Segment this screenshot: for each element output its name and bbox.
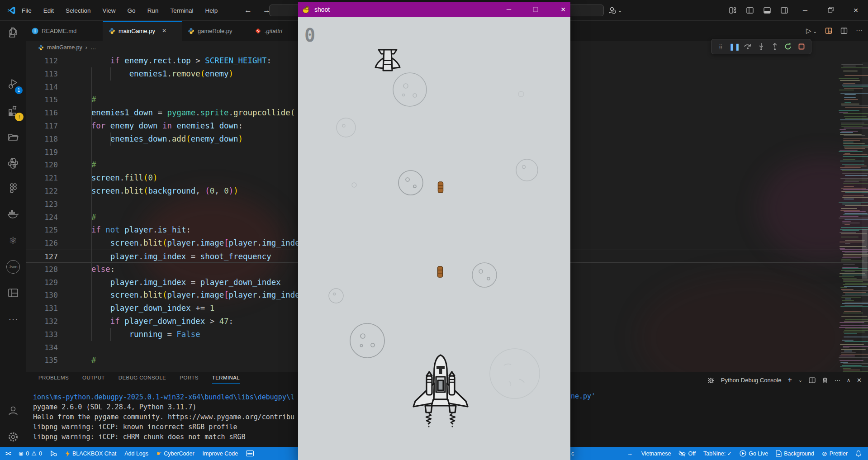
hand-icon: ☛ xyxy=(157,450,161,457)
debug-status-icon[interactable] xyxy=(50,450,57,457)
toggle-sidebar-icon[interactable] xyxy=(746,7,754,14)
window-restore-button[interactable] xyxy=(818,7,843,14)
tab-label: README.md xyxy=(42,28,76,34)
problems-status[interactable]: ⊗ 0 ⚠ 0 xyxy=(19,450,42,457)
atom-icon: ⚛ xyxy=(9,235,18,246)
menu-terminal[interactable]: Terminal xyxy=(170,7,193,14)
breadcrumb-file[interactable]: mainGame.py xyxy=(47,44,82,51)
go-live-button[interactable]: Go Live xyxy=(740,450,768,457)
debug-drag-handle[interactable]: ⣿ xyxy=(716,44,726,50)
tab-close-icon[interactable]: ✕ xyxy=(162,28,166,34)
improve-code-button[interactable]: Improve Code xyxy=(203,451,238,457)
game-maximize-button[interactable] xyxy=(528,2,543,17)
new-terminal-icon[interactable]: + xyxy=(787,376,792,384)
sidebar-item-layout[interactable] xyxy=(0,281,26,305)
account-icon xyxy=(608,6,616,14)
toggle-secondary-sidebar-icon[interactable] xyxy=(781,7,788,14)
nav-back-icon[interactable]: ← xyxy=(244,6,252,15)
sidebar-item-react[interactable]: ⚛ xyxy=(0,229,26,252)
game-minimize-button[interactable]: ─ xyxy=(501,2,517,17)
game-window-titlebar[interactable]: shoot ─ ✕ xyxy=(298,2,570,17)
window-minimize-button[interactable]: ─ xyxy=(792,7,818,14)
menu-go[interactable]: Go xyxy=(128,7,136,14)
sidebar-item-figma[interactable] xyxy=(0,176,26,200)
pygame-window[interactable]: shoot ─ ✕ 0 xyxy=(298,2,570,460)
panel-tab-debug-console[interactable]: DEBUG CONSOLE xyxy=(119,375,166,384)
panel-tab-ports[interactable]: PORTS xyxy=(180,375,198,384)
indent-guide xyxy=(91,67,92,341)
sidebar-item-json[interactable]: Json xyxy=(0,255,26,279)
git-icon xyxy=(255,28,261,34)
account-button[interactable]: ⌄ xyxy=(608,4,629,17)
breadcrumb-more[interactable]: … xyxy=(90,44,96,51)
editor-more-actions-icon[interactable]: ⋯ xyxy=(856,27,863,35)
terminal-dropdown-icon[interactable]: ⌄ xyxy=(798,377,802,383)
game-canvas[interactable]: 0 xyxy=(298,17,570,460)
editor-scrollbar[interactable] xyxy=(862,62,868,372)
warning-icon: ⚠ xyxy=(31,450,37,457)
debug-restart-icon[interactable] xyxy=(783,43,793,51)
debug-step-into-icon[interactable] xyxy=(756,43,767,51)
lightning-icon xyxy=(65,451,70,457)
language-indicator[interactable]: → Vietnamese xyxy=(627,451,671,457)
scrollbar-thumb[interactable] xyxy=(862,229,868,279)
remote-indicator[interactable]: >< xyxy=(5,451,10,457)
menu-selection[interactable]: Selection xyxy=(66,7,91,14)
maximize-panel-icon[interactable]: ∧ xyxy=(847,377,850,383)
tabnine-status[interactable]: TabNine: ✓ xyxy=(703,450,732,457)
menu-help[interactable]: Help xyxy=(205,7,218,14)
tab-label: gameRole.py xyxy=(198,28,232,34)
settings-button[interactable] xyxy=(0,425,26,449)
account-activity-button[interactable] xyxy=(0,399,26,422)
bullet xyxy=(438,182,443,193)
split-editor-search-icon[interactable] xyxy=(825,27,832,34)
tab-label: .gitattri xyxy=(265,28,282,34)
background-extension-button[interactable]: Background xyxy=(776,450,814,457)
menu-edit[interactable]: Edit xyxy=(43,7,54,14)
sidebar-item-more[interactable]: ⋯ xyxy=(0,308,26,331)
kill-terminal-icon[interactable] xyxy=(822,377,828,384)
sidebar-item-run-debug[interactable]: 1 xyxy=(0,72,26,96)
sidebar-item-docker[interactable] xyxy=(0,203,26,226)
sidebar-item-search[interactable] xyxy=(0,21,26,44)
bullet xyxy=(438,266,443,277)
split-editor-icon[interactable] xyxy=(840,27,848,34)
terminal-instance-label[interactable]: Python Debug Console xyxy=(721,377,782,384)
add-logs-button[interactable]: Add Logs xyxy=(124,451,148,457)
terminal-output-fragment: ne.py' xyxy=(571,392,595,400)
panel-more-actions-icon[interactable]: ⋯ xyxy=(835,377,840,384)
sidebar-item-python[interactable] xyxy=(0,152,26,175)
split-terminal-icon[interactable] xyxy=(809,377,816,384)
notifications-bell-icon[interactable] xyxy=(855,450,862,457)
tab-gamerole[interactable]: gameRole.py xyxy=(182,21,249,41)
blackbox-chat-button[interactable]: BLACKBOX Chat xyxy=(65,451,116,457)
panel-tab-terminal[interactable]: TERMINAL xyxy=(212,375,240,384)
screenreader-toggle[interactable]: Off xyxy=(678,451,695,457)
debug-pause-button[interactable]: ❚❚ xyxy=(729,43,740,51)
menu-file[interactable]: File xyxy=(22,7,32,14)
tab-readme[interactable]: README.md xyxy=(26,21,103,41)
sidebar-item-remote-explorer[interactable] xyxy=(0,125,26,149)
cybercoder-button[interactable]: ☛ CyberCoder xyxy=(157,450,194,457)
close-panel-icon[interactable]: ✕ xyxy=(857,377,862,384)
keyboard-icon[interactable] xyxy=(246,451,254,456)
editor-actions: ▷ ⌄ ⋯ xyxy=(806,21,863,41)
customize-layout-icon[interactable] xyxy=(729,7,736,14)
panel-tab-problems[interactable]: PROBLEMS xyxy=(38,375,69,384)
run-python-button[interactable]: ▷ ⌄ xyxy=(806,27,817,35)
debug-stop-icon[interactable] xyxy=(796,43,807,50)
sidebar-item-extensions[interactable]: ! xyxy=(0,99,26,122)
menu-run[interactable]: Run xyxy=(147,7,159,14)
tab-label: mainGame.py xyxy=(119,28,155,34)
panel-tab-output[interactable]: OUTPUT xyxy=(82,375,105,384)
debug-step-out-icon[interactable] xyxy=(769,43,780,51)
panel-tabs: PROBLEMS OUTPUT DEBUG CONSOLE PORTS TERM… xyxy=(38,375,240,384)
game-close-button[interactable]: ✕ xyxy=(555,2,571,17)
debug-step-over-icon[interactable] xyxy=(742,43,753,51)
window-close-button[interactable]: ✕ xyxy=(843,7,868,14)
tab-maingame[interactable]: mainGame.py ✕ xyxy=(103,21,182,41)
python-file-icon xyxy=(109,28,115,34)
prettier-status[interactable]: ⊘ Prettier xyxy=(822,450,848,457)
menu-view[interactable]: View xyxy=(103,7,116,14)
toggle-panel-icon[interactable] xyxy=(764,7,771,14)
